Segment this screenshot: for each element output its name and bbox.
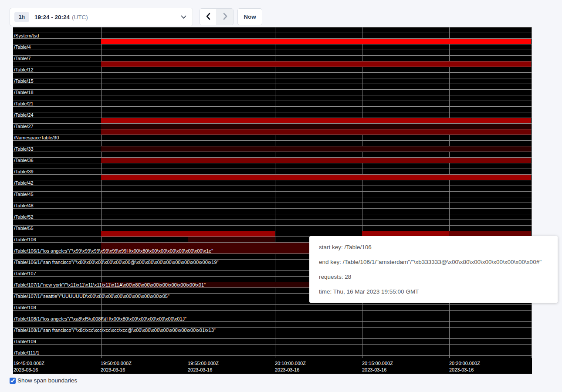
span-key-label: /Table/108 [14,305,36,310]
span-key-label: /Table/109 [14,339,36,344]
heatmap-band[interactable] [101,118,531,123]
span-boundary-line [13,355,532,356]
heatmap-band[interactable] [101,231,188,237]
heatmap-band[interactable] [101,124,531,129]
heatmap-band[interactable] [101,175,531,180]
span-boundary-line [13,191,532,192]
show-span-boundaries-label: Show span boundaries [17,377,77,384]
time-gridline [362,27,362,358]
prev-range-button[interactable] [200,9,217,25]
span-key-label: /Table/33 [14,146,34,152]
span-boundary-line [13,67,532,67]
span-boundary-line [13,140,532,141]
span-boundary-line [13,304,532,305]
span-boundary-line [13,350,532,350]
x-axis-tick: 19:45:00.000Z2023-03-16 [14,360,44,373]
time-gridline [101,27,102,358]
heatmap-band[interactable] [101,146,531,152]
tooltip-time: time: Thu, 16 Mar 2023 19:55:00 GMT [319,288,548,295]
heatmap-band[interactable] [101,39,531,44]
span-key-label: /Table/45 [14,192,34,197]
span-key-label: /System/tsd [14,33,39,38]
span-key-label: /Table/106 [14,237,36,242]
tooltip-start-key: start key: /Table/106 [319,244,548,250]
span-boundary-line [13,208,532,209]
span-key-label: /Table/52 [14,214,34,220]
x-axis-tick: 20:20:00.000Z2023-03-16 [449,360,480,373]
time-range-selector[interactable]: 1h 19:24 - 20:24 (UTC) [10,8,193,26]
span-boundary-line [13,225,532,226]
span-boundary-line [13,220,532,220]
span-boundary-line [13,338,532,339]
heatmap-band[interactable] [188,231,275,237]
span-key-label: /Table/106/1/"san francisco"/"\x80\x00\x… [14,260,219,265]
span-boundary-line [13,310,532,311]
keyvis-grid[interactable]: /System/tsd/Table/4/Table/7/Table/12/Tab… [13,27,532,356]
x-axis-tick: 19:50:00.000Z2023-03-16 [101,360,132,373]
time-gridline [531,27,532,358]
chevron-left-icon [206,13,211,21]
span-key-label: /Table/107/1/"new york"/"\x11\x11\x11\x1… [14,282,206,287]
span-key-label: /Table/107/1/"seattle"/"UUUUUUD\x00\x80\… [14,294,169,299]
span-boundary-line [13,112,532,112]
span-key-label: /Table/55 [14,226,34,231]
span-key-label: /Table/24 [14,112,34,118]
span-key-label: /Table/18 [14,90,34,95]
span-boundary-line [13,84,532,84]
heatmap-band[interactable] [101,61,531,67]
span-boundary-line [13,78,532,78]
show-span-boundaries-checkbox[interactable] [10,378,16,384]
span-boundary-line [13,321,532,322]
span-boundary-line [13,203,532,203]
span-key-label: /Table/15 [14,78,34,84]
time-gridline [188,27,188,358]
next-range-button[interactable] [217,9,233,25]
span-boundary-line [13,55,532,56]
span-key-label: /Table/107 [14,271,36,276]
x-axis-tick: 20:10:00.000Z2023-03-16 [275,360,306,373]
span-key-label: /Table/42 [14,180,34,186]
range-title: 19:24 - 20:24 [34,14,70,20]
time-nav-group [200,8,234,25]
span-key-label: /Table/108/1/"los angeles"/"\xa8\xf5\u00… [14,316,186,321]
heatmap-band[interactable] [101,129,531,135]
span-key-label: /Table/36 [14,158,34,163]
span-boundary-line [13,333,532,333]
span-boundary-line [13,27,532,27]
span-key-label: /Table/21 [14,101,34,106]
span-boundary-line [13,344,532,345]
span-key-label: /Table/39 [14,169,34,174]
span-boundary-line [13,180,532,180]
now-button[interactable]: Now [237,8,262,25]
span-boundary-line [13,50,532,50]
time-gridline [449,27,450,358]
tooltip-requests: requests: 28 [319,274,548,280]
span-boundary-line [13,95,532,95]
chevron-down-icon [181,15,186,19]
span-boundary-line [13,44,532,44]
span-boundary-line [13,197,532,197]
span-key-label: /Table/111/1 [14,350,39,355]
span-boundary-line [13,186,532,186]
span-boundary-line [13,106,532,107]
span-key-label: /Table/48 [14,203,34,208]
show-span-boundaries-control[interactable]: Show span boundaries [10,377,77,384]
span-boundary-line [13,163,532,163]
span-key-label: /NamespaceTable/30 [14,135,59,140]
span-boundary-line [13,101,532,101]
heatmap-band[interactable] [101,158,531,163]
span-key-label: /Table/108/1/"san francisco"/"\x8c\xcc\x… [14,328,216,333]
span-key-label: /Table/27 [14,124,34,129]
chevron-right-icon [223,13,228,21]
span-boundary-line [13,72,532,73]
key-visualizer-chart[interactable]: /System/tsd/Table/4/Table/7/Table/12/Tab… [13,27,532,374]
span-key-label: /Table/7 [14,56,31,61]
span-boundary-line [13,89,532,90]
span-boundary-line [13,169,532,169]
span-boundary-line [13,214,532,214]
span-key-label: /Table/106/1/"los angeles"/"\x99\x99\x99… [14,248,213,253]
heatmap-band[interactable] [188,237,275,242]
span-boundary-line [13,135,532,135]
x-axis-tick: 19:55:00.000Z2023-03-16 [188,360,219,373]
span-tooltip: start key: /Table/106 end key: /Table/10… [309,236,558,303]
